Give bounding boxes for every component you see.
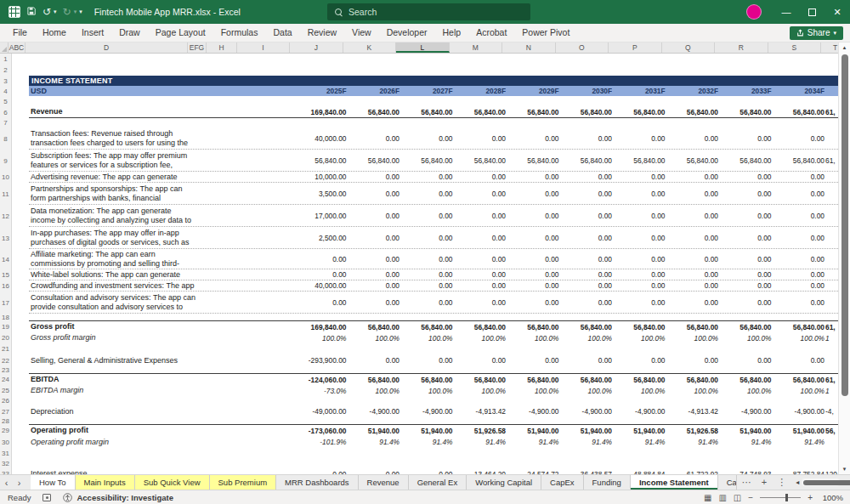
cell-value[interactable]: 51,940.00 [400,427,453,435]
row-number[interactable]: 10 [0,172,12,183]
cell-value[interactable]: 0.00 [772,234,825,242]
ribbon-tab-home[interactable]: Home [35,24,74,42]
cell-value[interactable]: 0.00 [666,134,719,143]
column-header-O[interactable]: O [556,42,609,53]
cell-value[interactable]: 100.0% [612,334,666,343]
row-label[interactable]: Revenue [29,107,293,116]
cell[interactable] [12,269,29,280]
cell-value[interactable]: 56,840.00 [400,156,453,165]
cell-value[interactable]: 0.00 [559,234,613,242]
cell-value[interactable]: 56,840.00 [772,323,825,331]
cell-value[interactable]: 56,840.00 [612,156,666,165]
column-header-EFG[interactable]: EFG [188,42,207,53]
cell-value[interactable]: 0.00 [666,356,719,365]
cell-value[interactable]: 0.00 [453,234,507,242]
cell-value[interactable]: 2,500.00 [293,234,347,242]
cell-value[interactable]: 0.00 [559,173,613,181]
zoom-out-button[interactable]: − [748,493,753,502]
cell-value[interactable]: -173,060.00 [293,427,347,435]
cell-value[interactable]: 17,000.00 [293,212,347,220]
cell-value[interactable]: 100.0% [559,387,613,395]
hscroll-thumb[interactable] [803,480,850,485]
zoom-slider-thumb[interactable] [785,494,788,501]
cell-value[interactable]: -4,900.00 [506,407,559,416]
cell-value[interactable]: -4,900.00 [559,407,613,416]
cell-value[interactable]: 0.00 [347,356,400,365]
view-normal-icon[interactable]: ▦ [704,493,711,502]
column-header-P[interactable]: P [609,42,662,53]
cell-value[interactable]: 2029F [506,87,559,95]
cell-value[interactable]: 100.0% [506,334,559,343]
cell-value[interactable]: 0.00 [347,281,400,290]
cell-value[interactable]: 51,940.00 [718,427,772,435]
cell-value[interactable]: -73.0% [293,387,347,395]
cell-value[interactable]: 56,840.00 [772,376,825,384]
row-number[interactable]: 4 [0,86,12,96]
minimize-button[interactable]: — [774,0,799,24]
cell-value[interactable]: 100.0% [453,387,507,395]
column-header-I[interactable]: I [237,42,290,53]
ribbon-tab-review[interactable]: Review [300,24,344,42]
ribbon-tab-file[interactable]: File [5,24,35,42]
cell-value[interactable]: 0.00 [718,255,772,263]
cell-value[interactable]: 56,840.00 [666,376,719,384]
row-label[interactable]: Transaction fees: Revenue raised through… [29,129,293,148]
row-label[interactable]: White-label solutions: The app can gener… [29,270,293,280]
row-label[interactable]: Partnerships and sponsorships: The app c… [29,184,293,203]
cell-partial[interactable]: 1 [824,334,838,343]
cell-value[interactable]: 169,840.00 [293,108,347,116]
cell-value[interactable]: 0.00 [772,281,825,290]
row-label[interactable]: Subscription fees: The app may offer pre… [29,151,293,170]
column-header-Q[interactable]: Q [662,42,716,53]
row-number[interactable]: 26 [0,396,12,405]
cell[interactable] [12,332,29,343]
cell-value[interactable]: 0.00 [400,212,453,220]
cell-value[interactable]: 2028F [453,87,507,95]
row-label[interactable]: Affiliate marketing: The app can earncom… [29,250,293,269]
cell-value[interactable]: 0.00 [772,298,825,307]
cell-value[interactable]: 0.00 [772,190,825,198]
save-icon[interactable] [26,6,37,19]
select-all-corner[interactable] [0,42,8,53]
undo-dropdown-icon[interactable]: ▾ [54,6,57,18]
cell-value[interactable]: 0.00 [506,190,559,198]
cell-value[interactable]: 0.00 [612,234,666,242]
row-number[interactable]: 16 [0,280,12,292]
cell-value[interactable]: 2033F [718,87,772,95]
cell-value[interactable]: 56,840.00 [559,156,613,165]
row-label[interactable]: EBITDA [29,375,293,384]
cell-value[interactable]: 2034F [772,87,825,95]
row-label[interactable]: Gross profit [29,322,293,331]
cell-value[interactable]: 0.00 [666,234,719,242]
cell[interactable] [12,354,29,366]
row-number[interactable]: 9 [0,150,12,172]
row-label[interactable]: Consultation and advisory services: The … [29,293,293,312]
column-header-K[interactable]: K [343,42,397,53]
cell-value[interactable]: 0.00 [347,270,400,279]
cell-value[interactable]: 0.00 [612,134,666,143]
vscroll-down-arrow[interactable]: ▼ [839,464,850,474]
cell-value[interactable]: 56,840.00 [772,156,825,165]
cell[interactable] [12,385,29,396]
cell-value[interactable]: 169,840.00 [293,323,347,331]
cell-value[interactable]: 0.00 [347,134,400,143]
cell-value[interactable]: 0.00 [718,212,772,220]
row-number[interactable]: 24 [0,373,12,385]
cell-value[interactable]: 100.0% [347,334,400,343]
cell[interactable] [12,118,29,127]
cell-value[interactable]: 0.00 [772,255,825,263]
row-number[interactable]: 3 [0,76,12,86]
undo-button[interactable]: ↺ [42,6,51,18]
redo-dropdown-icon[interactable]: ▾ [74,6,77,18]
hscroll-left-arrow[interactable]: ◂ [793,479,802,486]
cell-value[interactable]: 0.00 [453,212,507,220]
cell-value[interactable]: 100.0% [772,334,825,343]
cell-value[interactable]: 0.00 [506,173,559,181]
cell-value[interactable]: 0.00 [772,134,825,143]
cell[interactable] [12,127,29,150]
cell-value[interactable]: 0.00 [400,356,453,365]
cell-value[interactable]: 91.4% [612,438,666,446]
cell-value[interactable]: 0.00 [453,173,507,181]
cell-value[interactable]: 2031F [612,87,666,95]
ribbon-tab-developer[interactable]: Developer [379,24,435,42]
